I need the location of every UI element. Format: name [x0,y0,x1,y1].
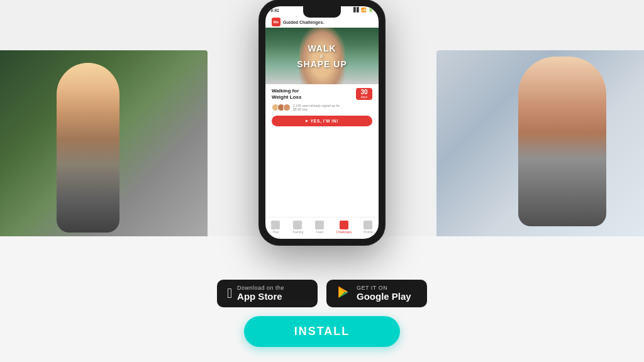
nav-challenges-label: Challenges [336,230,352,234]
days-label: days [359,96,369,99]
challenge-image: WALK & SHAPE UP [265,28,379,84]
nav-feed-label: Feed [316,230,323,234]
phone-screen: 9:41 ▋▋ 📶 🔋 Me Guided Challenges. WALK &… [265,6,379,239]
feed-icon [315,221,324,229]
install-button[interactable]: INSTALL [244,316,401,347]
days-badge: 30 days [356,88,372,100]
shape-label: SHAPE UP [297,59,347,69]
nav-plan-label: Plan [272,230,279,234]
google-play-text: GET IT ON Google Play [357,285,411,302]
challenge-title-row: Walking for Weight Loss 30 days [272,88,372,101]
phone-notch [303,6,341,18]
nav-profile-label: Profile [364,230,372,234]
google-play-large-label: Google Play [357,291,411,302]
runner-right-figure [493,57,631,233]
app-store-text: Download on the App Store [237,285,284,302]
apple-icon:  [227,287,232,300]
training-icon [293,221,302,229]
google-play-icon [336,285,352,302]
user-avatars [272,104,291,111]
walk-label: WALK [297,43,347,53]
runner-left-figure [25,63,151,233]
avatar-3 [283,104,291,111]
nav-training[interactable]: Training [292,221,303,234]
challenge-info: Walking for Weight Loss 30 days [265,84,379,217]
plan-icon [271,221,280,229]
bottom-section:  Download on the App Store [0,236,644,362]
profile-icon [364,221,372,229]
app-nav: Plan Training Feed Challenges Profile [265,217,379,239]
app-icon: Me [272,18,280,26]
app-store-small-label: Download on the [237,285,284,291]
google-play-button[interactable]: GET IT ON Google Play [326,280,427,307]
google-play-small-label: GET IT ON [357,285,411,291]
nav-feed[interactable]: Feed [315,221,324,234]
phone-mockup: 9:41 ▋▋ 📶 🔋 Me Guided Challenges. WALK &… [259,0,385,245]
app-store-large-label: App Store [237,291,284,302]
nav-challenges[interactable]: Challenges [336,221,352,234]
status-time: 9:41 [270,8,279,13]
yes-im-in-button[interactable]: YES, I'M IN! [272,116,372,126]
bg-right-photo [436,50,644,239]
challenge-text-overlay: WALK & SHAPE UP [297,43,347,69]
app-header-title: Guided Challenges. [283,20,324,25]
status-icons: ▋▋ 📶 🔋 [353,8,374,13]
challenges-icon [340,221,348,229]
bg-left-photo [0,50,208,239]
users-text: 2,145 users already signed up for $9.99 … [293,104,340,112]
and-label: & [297,53,347,59]
nav-profile[interactable]: Profile [364,221,372,234]
phone-body: 9:41 ▋▋ 📶 🔋 Me Guided Challenges. WALK &… [259,0,385,245]
nav-plan[interactable]: Plan [271,221,280,234]
nav-training-label: Training [292,230,303,234]
store-buttons-container:  Download on the App Store [217,280,427,307]
app-store-button[interactable]:  Download on the App Store [217,280,318,307]
users-row: 2,145 users already signed up for $9.99 … [272,104,372,112]
challenge-name: Walking for Weight Loss [272,88,301,101]
